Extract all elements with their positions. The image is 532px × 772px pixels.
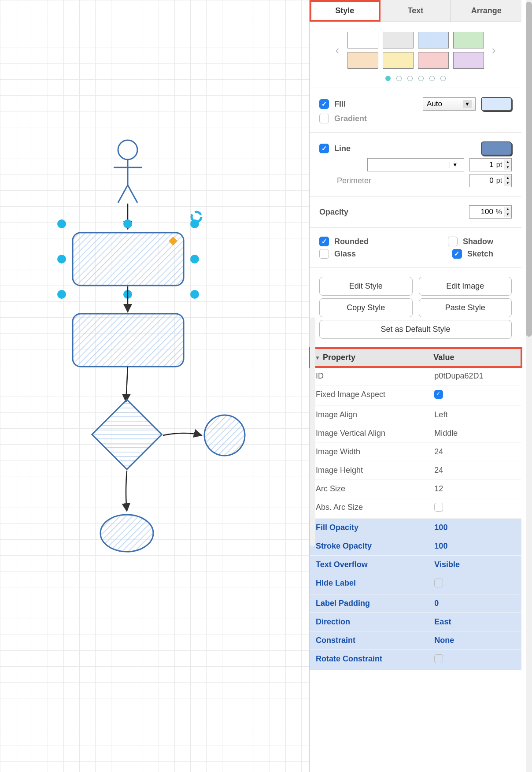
stepper-down-icon[interactable]: ▼ [504, 181, 511, 186]
ellipse-shape[interactable] [100, 515, 153, 552]
stepper-up-icon[interactable]: ▲ [504, 175, 511, 181]
property-row[interactable]: Image Vertical AlignMiddle [310, 424, 521, 443]
property-value[interactable]: Middle [428, 424, 521, 442]
pager-dot[interactable] [407, 76, 413, 81]
perimeter-input[interactable]: pt ▲▼ [469, 174, 512, 187]
property-table-header[interactable]: ▼Property Value [310, 348, 521, 367]
property-value[interactable]: 0 [428, 594, 521, 612]
color-swatch[interactable] [453, 52, 484, 69]
decision-shape[interactable] [92, 400, 162, 469]
property-row[interactable]: Text OverflowVisible [310, 556, 521, 574]
color-swatch[interactable] [453, 32, 484, 48]
format-panel: Style Text Arrange ‹ › Fill [309, 0, 521, 772]
property-value[interactable]: p0tDupa62D1 [428, 367, 521, 385]
line-width-value[interactable] [470, 160, 496, 169]
property-value[interactable] [428, 650, 521, 670]
rounded-checkbox[interactable] [319, 237, 329, 246]
property-row[interactable]: Fill Opacity100 [310, 519, 521, 537]
property-value[interactable]: 100 [428, 537, 521, 555]
property-row[interactable]: Fixed Image Aspect [310, 386, 521, 406]
property-checkbox[interactable] [434, 579, 443, 587]
gradient-checkbox[interactable] [319, 114, 329, 123]
selected-process-shape[interactable] [57, 212, 201, 299]
pager-dot[interactable] [396, 76, 402, 81]
disclosure-triangle-icon[interactable]: ▼ [315, 355, 320, 361]
opacity-value[interactable] [469, 208, 496, 216]
paste-style-button[interactable]: Paste Style [419, 298, 512, 317]
property-value[interactable]: 24 [428, 461, 521, 479]
property-value[interactable]: 100 [428, 519, 521, 537]
property-row[interactable]: DirectionEast [310, 613, 521, 631]
process-shape-2[interactable] [73, 314, 184, 367]
property-value[interactable]: 12 [428, 480, 521, 498]
color-swatch[interactable] [347, 32, 378, 48]
property-checkbox[interactable] [434, 390, 443, 399]
edit-style-button[interactable]: Edit Style [319, 277, 413, 296]
property-value[interactable]: Visible [428, 556, 521, 574]
shadow-checkbox[interactable] [448, 237, 458, 246]
palette-next-icon[interactable]: › [488, 43, 499, 57]
canvas[interactable] [0, 0, 309, 772]
property-checkbox[interactable] [434, 654, 443, 663]
stepper-up-icon[interactable]: ▲ [504, 207, 511, 212]
canvas-scrollbar[interactable] [310, 317, 315, 546]
stepper-down-icon[interactable]: ▼ [504, 212, 511, 217]
property-row[interactable]: Label Padding0 [310, 594, 521, 613]
property-row[interactable]: Abs. Arc Size [310, 498, 521, 519]
color-swatch[interactable] [347, 52, 378, 69]
line-color-well[interactable] [481, 141, 512, 156]
property-row[interactable]: Rotate Constraint [310, 650, 521, 670]
tab-arrange[interactable]: Arrange [451, 0, 521, 22]
edge-5[interactable] [126, 471, 127, 511]
fill-mode-select[interactable]: Auto ▼ [423, 97, 476, 111]
edit-image-button[interactable]: Edit Image [419, 277, 512, 296]
actor-shape[interactable] [114, 140, 142, 203]
property-value[interactable]: 24 [428, 443, 521, 461]
edge-3[interactable] [126, 367, 128, 402]
stepper-up-icon[interactable]: ▲ [504, 160, 511, 165]
fill-color-well[interactable] [481, 97, 512, 111]
property-row[interactable]: ConstraintNone [310, 631, 521, 650]
fill-checkbox[interactable] [319, 99, 329, 109]
circle-shape[interactable] [204, 415, 245, 456]
color-swatch[interactable] [418, 52, 449, 69]
edge-4[interactable] [163, 433, 202, 435]
line-checkbox[interactable] [319, 144, 329, 153]
pager-dot[interactable] [385, 76, 391, 81]
color-swatch[interactable] [383, 32, 414, 48]
property-key: Direction [310, 613, 428, 631]
tab-text[interactable]: Text [381, 0, 451, 22]
property-row[interactable]: Image Height24 [310, 461, 521, 480]
property-row[interactable]: Stroke Opacity100 [310, 537, 521, 556]
color-swatch[interactable] [418, 32, 449, 48]
pager-dot[interactable] [429, 76, 435, 81]
palette-prev-icon[interactable]: ‹ [332, 43, 343, 57]
glass-checkbox[interactable] [319, 249, 329, 259]
property-checkbox[interactable] [434, 503, 443, 512]
sketch-checkbox[interactable] [452, 249, 462, 259]
color-swatch[interactable] [383, 52, 414, 69]
property-value[interactable]: East [428, 613, 521, 631]
property-row[interactable]: Arc Size12 [310, 480, 521, 498]
property-row[interactable]: Image Width24 [310, 443, 521, 461]
stepper-down-icon[interactable]: ▼ [504, 165, 511, 170]
copy-style-button[interactable]: Copy Style [319, 298, 413, 317]
panel-scrollbar[interactable] [526, 0, 532, 772]
property-row[interactable]: Hide Label [310, 574, 521, 594]
opacity-input[interactable]: % ▲▼ [469, 205, 512, 219]
palette-pager [323, 74, 508, 83]
perimeter-value[interactable] [470, 176, 496, 185]
line-style-select[interactable]: ▼ [367, 158, 464, 171]
property-value[interactable]: Left [428, 406, 521, 424]
property-value[interactable]: None [428, 631, 521, 650]
property-row[interactable]: Image AlignLeft [310, 406, 521, 424]
line-width-input[interactable]: pt ▲▼ [469, 158, 512, 171]
pager-dot[interactable] [418, 76, 424, 81]
set-default-style-button[interactable]: Set as Default Style [319, 320, 512, 339]
tab-style[interactable]: Style [310, 0, 381, 22]
property-row[interactable]: IDp0tDupa62D1 [310, 367, 521, 386]
property-value[interactable] [428, 386, 521, 405]
property-value[interactable] [428, 498, 521, 518]
pager-dot[interactable] [440, 76, 446, 81]
property-value[interactable] [428, 574, 521, 594]
